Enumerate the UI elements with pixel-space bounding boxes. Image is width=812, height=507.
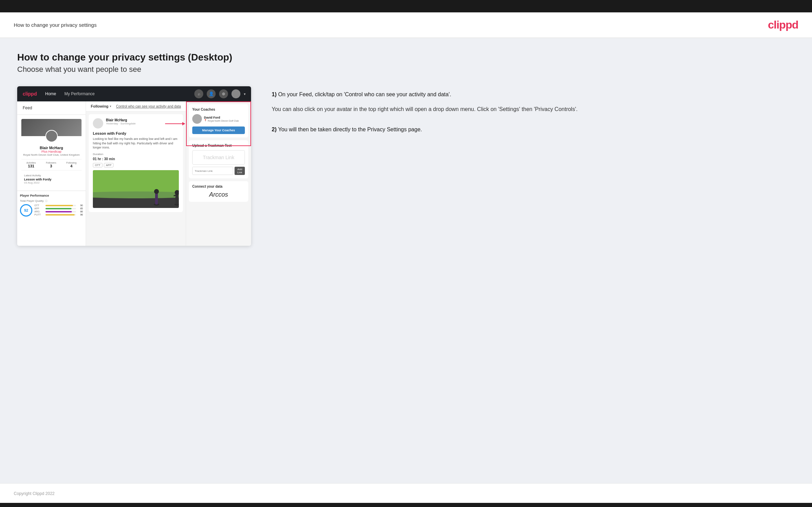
metrics-list: OTT 90 APP 85 ARG xyxy=(34,204,83,217)
nav-avatar-chevron: ▾ xyxy=(244,92,246,96)
tag-app: APP xyxy=(104,163,113,167)
post-image-svg xyxy=(93,170,179,208)
svg-point-2 xyxy=(93,191,179,198)
coach-avatar xyxy=(192,114,202,124)
bottom-bar xyxy=(0,503,812,507)
feed-header: Following ▾ Control who can see your act… xyxy=(86,101,186,111)
notification-icon: ⊕ xyxy=(219,89,228,98)
coach-row: David Ford 📍 Royal North Devon Golf Club xyxy=(192,114,245,124)
feed-tab: Feed xyxy=(17,101,86,115)
profile-banner xyxy=(21,119,82,136)
trackman-title: Upload a Trackman Test xyxy=(192,144,245,147)
instructions-panel: 1) On your Feed, click/tap on 'Control w… xyxy=(265,86,795,145)
arccos-brand: Arccos xyxy=(192,191,245,198)
instruction-2-number: 2) xyxy=(272,126,278,132)
quality-score: 92 xyxy=(20,204,32,217)
info-icon: ⓘ xyxy=(45,200,47,202)
app-nav-home: Home xyxy=(45,91,56,96)
tutorial-layout: clippd Home My Performance ⌕ 👤 ⊕ ▾ Feed xyxy=(17,86,795,246)
top-bar xyxy=(0,0,812,12)
profile-stats: Activities 131 Followers 3 Following 4 xyxy=(21,159,82,170)
connect-title: Connect your data xyxy=(192,185,245,188)
nav-icons: ⌕ 👤 ⊕ ▾ xyxy=(194,89,246,98)
main-content: How to change your privacy settings (Des… xyxy=(0,38,812,483)
stat-activities: Activities 131 xyxy=(26,162,36,168)
stat-following: Following 4 xyxy=(66,162,77,168)
footer-copyright: Copyright Clippd 2022 xyxy=(14,491,55,496)
instruction-1-number: 1) xyxy=(272,91,278,97)
trackman-section: Upload a Trackman Test Trackman Link Add… xyxy=(189,140,248,178)
following-button[interactable]: Following ▾ xyxy=(91,104,111,108)
svg-rect-0 xyxy=(93,170,179,194)
tutorial-subheading: Choose what you want people to see xyxy=(17,65,795,74)
trackman-link-placeholder: Trackman Link xyxy=(192,150,245,165)
site-footer: Copyright Clippd 2022 xyxy=(0,483,812,503)
metric-putt: PUTT 96 xyxy=(34,213,83,216)
post-duration-label: Duration xyxy=(93,153,179,156)
post-author-info: Blair McHarg Yesterday · Sunningdale xyxy=(106,118,136,125)
app-nav: clippd Home My Performance ⌕ 👤 ⊕ ▾ xyxy=(17,86,251,101)
instruction-1-extra: You can also click on your avatar in the… xyxy=(272,104,795,114)
location-icon: 📍 xyxy=(204,119,207,122)
site-header: How to change your privacy settings clip… xyxy=(0,12,812,38)
instruction-1: 1) On your Feed, click/tap on 'Control w… xyxy=(272,90,795,114)
svg-point-5 xyxy=(154,189,159,194)
coach-club: 📍 Royal North Devon Golf Club xyxy=(204,119,239,122)
coaches-title: Your Coaches xyxy=(192,108,245,111)
post-title: Lesson with Fordy xyxy=(93,131,179,135)
nav-avatar xyxy=(231,89,240,98)
site-logo: clippd xyxy=(768,19,798,31)
post-header: Blair McHarg Yesterday · Sunningdale xyxy=(93,118,179,129)
app-sidebar: Feed Blair McHarg Plus Handicap Royal No… xyxy=(17,101,86,246)
post-image xyxy=(93,170,179,208)
profile-handicap: Plus Handicap xyxy=(21,150,82,153)
tutorial-heading: How to change your privacy settings (Des… xyxy=(17,52,795,63)
trackman-input[interactable] xyxy=(192,167,233,175)
profile-name: Blair McHarg xyxy=(21,146,82,150)
instruction-1-text: On your Feed, click/tap on 'Control who … xyxy=(278,91,451,97)
instruction-2-text: You will then be taken directly to the P… xyxy=(278,126,422,132)
coaches-section: Your Coaches David Ford 📍 Royal North De… xyxy=(189,104,248,137)
tag-ott: OTT xyxy=(93,163,102,167)
following-chevron: ▾ xyxy=(110,105,111,108)
user-icon: 👤 xyxy=(207,89,216,98)
post-description: Looking to feel like my hands are exitin… xyxy=(93,137,179,150)
trackman-input-row: Add Link xyxy=(192,167,245,175)
search-icon: ⌕ xyxy=(194,89,203,98)
profile-card: Blair McHarg Plus Handicap Royal North D… xyxy=(17,115,86,191)
performance-section: Player Performance Total Player Quality … xyxy=(17,191,86,219)
manage-coaches-button[interactable]: Manage Your Coaches xyxy=(192,126,245,134)
profile-club: Royal North Devon Golf Club, United King… xyxy=(21,153,82,156)
metric-arg: ARG 86 xyxy=(34,210,83,213)
connect-section: Connect your data Arccos xyxy=(189,181,248,202)
app-nav-logo: clippd xyxy=(23,91,37,97)
app-mockup: clippd Home My Performance ⌕ 👤 ⊕ ▾ Feed xyxy=(17,86,251,246)
post-avatar xyxy=(93,118,103,129)
svg-rect-4 xyxy=(155,192,158,205)
control-privacy-link[interactable]: Control who can see your activity and da… xyxy=(116,104,181,108)
profile-avatar xyxy=(45,130,58,142)
page-title: How to change your privacy settings xyxy=(14,22,97,28)
app-nav-performance: My Performance xyxy=(64,91,95,96)
stat-followers: Followers 3 xyxy=(46,162,56,168)
app-feed: Following ▾ Control who can see your act… xyxy=(86,101,186,246)
coach-info: David Ford 📍 Royal North Devon Golf Club xyxy=(204,116,239,122)
activity-post: Blair McHarg Yesterday · Sunningdale Les… xyxy=(89,114,183,212)
post-tags: OTT APP xyxy=(93,163,179,167)
app-body: Feed Blair McHarg Plus Handicap Royal No… xyxy=(17,101,251,246)
quality-row: 92 OTT 90 APP 85 xyxy=(20,204,83,217)
metric-app: APP 85 xyxy=(34,207,83,210)
metric-ott: OTT 90 xyxy=(34,204,83,207)
post-duration-value: 01 hr : 30 min xyxy=(93,157,179,161)
instruction-2: 2) You will then be taken directly to th… xyxy=(272,125,795,134)
app-right-panel: Your Coaches David Ford 📍 Royal North De… xyxy=(186,101,251,246)
add-link-button[interactable]: Add Link xyxy=(235,167,245,175)
quality-label: Total Player Quality ⓘ xyxy=(20,199,83,203)
